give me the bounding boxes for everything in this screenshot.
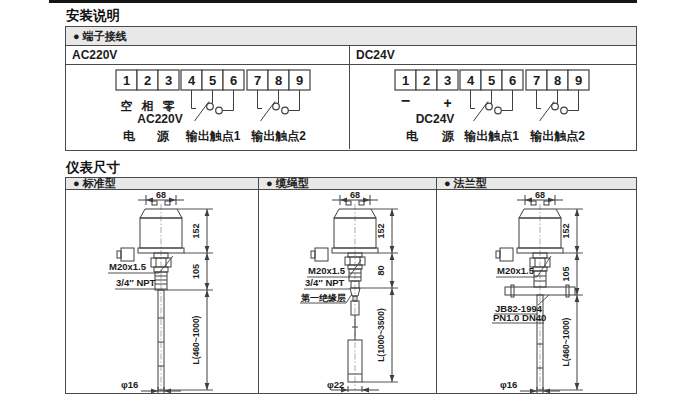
terminal-number: 5 bbox=[209, 73, 216, 88]
dimension-line-152 bbox=[575, 209, 580, 253]
terminal-number: 8 bbox=[554, 73, 561, 88]
pin-label-minus: − bbox=[401, 92, 410, 109]
dim-label-length: L(1000~3500) bbox=[376, 308, 386, 362]
section-title-install: 安装说明 bbox=[66, 7, 120, 25]
terminal-number: 9 bbox=[575, 73, 582, 88]
dimension-line-L bbox=[390, 288, 395, 382]
terminal-number: 6 bbox=[509, 73, 516, 88]
terminal-number: 4 bbox=[188, 73, 196, 88]
terminal-number: 1 bbox=[402, 73, 409, 88]
cable-type-drawing: 68 bbox=[259, 190, 436, 393]
dim-label-152: 152 bbox=[561, 223, 571, 238]
terminal-number: 2 bbox=[423, 73, 430, 88]
terminal-number: 7 bbox=[533, 73, 540, 88]
terminal-strip: 1 2 3 4 5 6 7 8 9 bbox=[116, 70, 310, 90]
terminal-number: 8 bbox=[275, 73, 282, 88]
dim-top-width: 68 bbox=[535, 190, 545, 200]
gland-box bbox=[315, 248, 328, 261]
dim-label-80: 80 bbox=[376, 265, 386, 275]
insulation-label: 第一绝缘层 bbox=[300, 293, 346, 303]
thread-label: M20x1.5 bbox=[109, 261, 147, 272]
dim-top-width: 68 bbox=[156, 190, 166, 200]
wiring-table: ● 端子接线 AC220V DC24V bbox=[65, 26, 637, 151]
standard-type-cell: 68 bbox=[66, 190, 259, 393]
ac-cell-header: AC220V bbox=[66, 46, 350, 65]
flange-spec-label: PN1.0 DN40 bbox=[493, 312, 546, 323]
cable-type-cell: 68 bbox=[259, 190, 437, 393]
dim-top-width: 68 bbox=[350, 190, 360, 200]
output-contact1-label: 输出触点1 bbox=[185, 129, 241, 143]
dimension-line-152 bbox=[205, 209, 210, 253]
wiring-section-header: ● 端子接线 bbox=[66, 27, 636, 46]
standard-type-drawing: 68 bbox=[66, 190, 258, 393]
top-rule bbox=[49, 0, 637, 3]
terminal-number: 1 bbox=[123, 73, 130, 88]
dim-label-152: 152 bbox=[376, 223, 386, 238]
switch-symbol bbox=[192, 90, 234, 121]
dim-label-105: 105 bbox=[191, 264, 201, 279]
switch-symbol bbox=[258, 90, 300, 121]
flange-type-cell: 68 bbox=[437, 190, 636, 393]
gland-box bbox=[500, 248, 513, 261]
terminal-number: 5 bbox=[488, 73, 495, 88]
pin-label-empty: 空 bbox=[121, 99, 133, 113]
terminal-number: 4 bbox=[467, 73, 475, 88]
supply-voltage-label: AC220V bbox=[137, 112, 182, 126]
dim-col-header-standard: ● 标准型 bbox=[66, 178, 259, 190]
dimension-line-105 bbox=[205, 253, 210, 290]
pin-label-phase: 相 bbox=[141, 99, 154, 113]
dim-col-header-flange: ● 法兰型 bbox=[437, 178, 636, 190]
dim-label-105: 105 bbox=[561, 266, 571, 281]
terminal-number: 6 bbox=[230, 73, 237, 88]
supply-word-right: 源 bbox=[156, 129, 170, 143]
npt-label: 3/4″ NPT bbox=[116, 277, 156, 288]
housing-outline bbox=[496, 201, 563, 261]
diameter-label: φ16 bbox=[500, 379, 517, 390]
thread-label: M20x1.5 bbox=[497, 265, 535, 276]
pin-label-neutral: 零 bbox=[163, 99, 176, 113]
dimensions-table: ● 标准型 ● 缆绳型 ● 法兰型 68 bbox=[65, 177, 637, 394]
dc-wiring-cell: 1 2 3 4 5 6 7 8 9 − + DC24V 电 bbox=[350, 65, 636, 149]
extension-lines bbox=[164, 209, 213, 390]
dimension-line-80 bbox=[390, 253, 395, 288]
housing-outline bbox=[117, 201, 184, 261]
output-contact2-label: 输出触点2 bbox=[529, 129, 585, 143]
terminal-number: 7 bbox=[254, 73, 261, 88]
output-contact2-label: 输出触点2 bbox=[250, 129, 306, 143]
output-contact1-label: 输出触点1 bbox=[463, 129, 519, 143]
flange-type-drawing: 68 bbox=[437, 190, 636, 393]
ac-wiring-diagram: 1 2 3 4 5 6 7 8 9 空 相 零 AC220V bbox=[66, 65, 349, 149]
pin-label-plus: + bbox=[443, 95, 451, 111]
dimension-line-L bbox=[205, 290, 210, 390]
housing-outline bbox=[311, 201, 378, 261]
npt-label: 3/4″ NPT bbox=[305, 277, 345, 288]
datasheet-page: 安装说明 ● 端子接线 AC220V DC24V bbox=[0, 0, 700, 405]
section-title-dimensions: 仪表尺寸 bbox=[66, 159, 120, 177]
dimension-line-105 bbox=[575, 253, 580, 295]
gland-box bbox=[121, 248, 134, 261]
dc-cell-header: DC24V bbox=[350, 46, 636, 65]
dim-label-length: L(460~1000) bbox=[191, 315, 201, 364]
supply-word-right: 源 bbox=[441, 129, 455, 143]
terminal-number: 2 bbox=[144, 73, 151, 88]
switch-symbol bbox=[537, 90, 579, 121]
supply-voltage-label: DC24V bbox=[416, 112, 455, 126]
thread-label: M20x1.5 bbox=[308, 265, 346, 276]
terminal-number: 9 bbox=[296, 73, 303, 88]
terminal-strip: 1 2 3 4 5 6 7 8 9 bbox=[395, 70, 589, 90]
dim-col-header-cable: ● 缆绳型 bbox=[259, 178, 437, 190]
switch-symbol bbox=[471, 90, 513, 121]
terminal-number: 3 bbox=[444, 73, 451, 88]
supply-word-left: 电 bbox=[406, 129, 419, 143]
dimension-line-152 bbox=[390, 209, 395, 253]
diameter-label: φ16 bbox=[121, 379, 138, 390]
dim-label-length: L(460~1000) bbox=[561, 317, 571, 366]
dc-wiring-diagram: 1 2 3 4 5 6 7 8 9 − + DC24V 电 bbox=[350, 65, 636, 149]
terminal-number: 3 bbox=[165, 73, 172, 88]
ac-wiring-cell: 1 2 3 4 5 6 7 8 9 空 相 零 AC220V bbox=[66, 65, 350, 149]
dim-label-152: 152 bbox=[191, 223, 201, 238]
dimension-line-L bbox=[575, 295, 580, 390]
supply-word-left: 电 bbox=[123, 129, 136, 143]
